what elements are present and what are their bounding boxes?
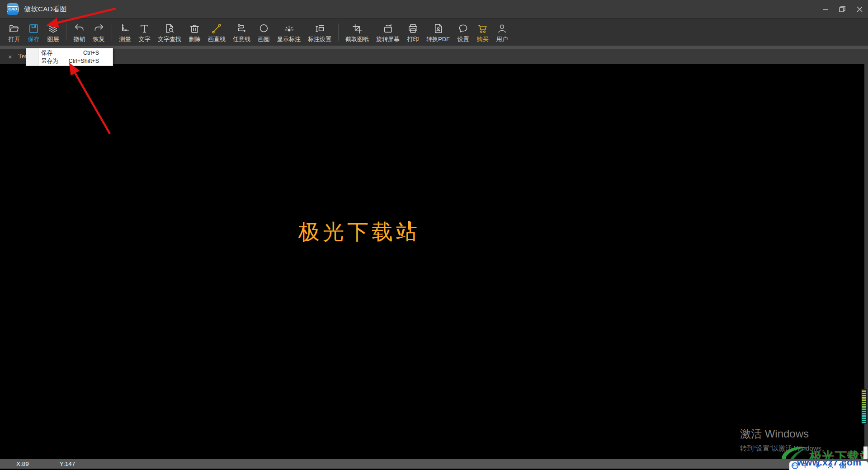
toolbar-item-measure[interactable]: 测量 bbox=[115, 19, 135, 45]
toolbar-item-label: 旋转屏幕 bbox=[376, 35, 400, 43]
annotation-settings-icon bbox=[314, 21, 326, 35]
capture-drawing-icon bbox=[351, 21, 363, 35]
restore-button[interactable] bbox=[834, 0, 851, 18]
draw-line-icon bbox=[211, 21, 223, 35]
toolbar-item-label: 撤销 bbox=[74, 35, 85, 43]
menu-item-save-as[interactable]: 另存为 Ctrl+Shift+S bbox=[26, 57, 113, 65]
toolbar-item-print[interactable]: 打印 bbox=[403, 19, 423, 45]
app-logo-icon: CAD bbox=[7, 3, 19, 15]
toolbar-item-label: 保存 bbox=[28, 35, 40, 43]
toolbar-item-label: 测量 bbox=[119, 35, 131, 43]
toolbar-item-save[interactable]: 保存 bbox=[24, 19, 43, 45]
toolbar-item-label: 打开 bbox=[9, 35, 20, 43]
close-button[interactable] bbox=[851, 0, 868, 18]
title-bar: CAD 傲软CAD看图 bbox=[0, 0, 868, 19]
toolbar-item-draw-line[interactable]: 画直线 bbox=[204, 19, 229, 45]
toolbar-item-label: 删除 bbox=[189, 35, 201, 43]
cad-text-cursor bbox=[408, 221, 410, 230]
convert-pdf-icon bbox=[432, 21, 444, 35]
toolbar-item-capture-drawing[interactable]: 截取图纸 bbox=[342, 19, 373, 45]
tab-close-icon[interactable]: × bbox=[8, 53, 12, 61]
toolbar-item-text[interactable]: 文字 bbox=[135, 19, 154, 45]
print-icon bbox=[407, 21, 419, 35]
toolbar-item-label: 画直线 bbox=[208, 35, 226, 43]
toolbar: 打开 保存 图层 撤销 恢复 测量 文字 文字查找 bbox=[0, 19, 868, 46]
toolbar-item-buy[interactable]: 购买 bbox=[473, 19, 492, 45]
save-icon bbox=[28, 21, 40, 35]
measure-icon bbox=[119, 21, 131, 35]
toolbar-item-label: 任意线 bbox=[233, 35, 250, 43]
toolbar-item-label: 用户 bbox=[496, 35, 508, 43]
app-title: 傲软CAD看图 bbox=[24, 5, 67, 14]
toolbar-item-label: 文字 bbox=[139, 35, 151, 43]
menu-item-label: 保存 bbox=[41, 49, 52, 57]
trash-icon bbox=[189, 21, 201, 35]
redo-icon bbox=[93, 21, 105, 35]
menu-item-save[interactable]: 保存 Ctrl+S bbox=[26, 49, 113, 57]
settings-bubble-icon bbox=[457, 21, 469, 35]
toolbar-item-annotation-settings[interactable]: 标注设置 bbox=[304, 19, 335, 45]
toolbar-item-show-annotation[interactable]: 显示标注 bbox=[274, 19, 304, 45]
toolbar-item-label: 截取图纸 bbox=[345, 35, 369, 43]
toolbar-item-draw-circle[interactable]: 画圆 bbox=[254, 19, 274, 45]
menu-item-label: 另存为 bbox=[41, 57, 58, 65]
activation-title: 激活 Windows bbox=[740, 427, 828, 441]
menu-item-shortcut: Ctrl+S bbox=[83, 50, 99, 56]
restore-icon bbox=[839, 6, 845, 12]
site-url-watermark: www.xz7.com bbox=[797, 457, 861, 468]
tab-bar: × Tem bbox=[0, 46, 868, 64]
undo-icon bbox=[73, 21, 85, 35]
toolbar-separator bbox=[112, 24, 112, 41]
status-x-coordinate: X:89 bbox=[16, 461, 29, 467]
show-annotation-icon bbox=[283, 21, 295, 35]
toolbar-item-rotate-screen[interactable]: 旋转屏幕 bbox=[373, 19, 403, 45]
toolbar-item-label: 转换PDF bbox=[426, 35, 450, 43]
toolbar-item-label: 购买 bbox=[477, 35, 489, 43]
toolbar-item-settings[interactable]: 设置 bbox=[453, 19, 473, 45]
toolbar-item-delete[interactable]: 删除 bbox=[185, 19, 204, 45]
toolbar-item-label: 设置 bbox=[458, 35, 469, 43]
toolbar-item-convert-pdf[interactable]: 转换PDF bbox=[423, 19, 453, 45]
toolbar-item-label: 打印 bbox=[407, 35, 419, 43]
toolbar-item-label: 标注设置 bbox=[308, 35, 331, 43]
toolbar-item-label: 图层 bbox=[47, 35, 59, 43]
toolbar-separator bbox=[66, 24, 66, 41]
user-icon bbox=[496, 21, 508, 35]
close-icon bbox=[857, 6, 863, 12]
cart-icon bbox=[476, 21, 489, 35]
toolbar-item-label: 恢复 bbox=[93, 35, 105, 43]
toolbar-item-undo[interactable]: 撤销 bbox=[70, 19, 89, 45]
minimize-icon bbox=[822, 6, 828, 12]
toolbar-item-free-line[interactable]: 任意线 bbox=[229, 19, 254, 45]
toolbar-item-label: 文字查找 bbox=[158, 35, 181, 43]
cad-watermark-text: 极光下载站 bbox=[298, 218, 420, 246]
toolbar-item-label: 显示标注 bbox=[277, 35, 301, 43]
minimize-button[interactable] bbox=[816, 0, 834, 18]
menu-item-shortcut: Ctrl+Shift+S bbox=[69, 58, 99, 64]
vertical-scrollbar-thumb[interactable] bbox=[861, 389, 867, 424]
window-controls bbox=[816, 0, 868, 18]
toolbar-item-open[interactable]: 打开 bbox=[5, 19, 24, 45]
text-icon bbox=[138, 21, 151, 35]
rotate-screen-icon bbox=[382, 21, 394, 35]
toolbar-item-layers[interactable]: 图层 bbox=[43, 19, 63, 45]
toolbar-item-user[interactable]: 用户 bbox=[492, 19, 512, 45]
status-y-coordinate: Y:147 bbox=[60, 461, 75, 467]
open-folder-icon bbox=[8, 21, 20, 35]
text-search-icon bbox=[164, 21, 176, 35]
layers-icon bbox=[47, 21, 59, 35]
toolbar-item-redo[interactable]: 恢复 bbox=[89, 19, 108, 45]
toolbar-separator bbox=[338, 24, 339, 41]
draw-circle-icon bbox=[258, 21, 270, 35]
save-dropdown-menu: 保存 Ctrl+S 另存为 Ctrl+Shift+S bbox=[26, 48, 113, 66]
status-bar: X:89 Y:147 bbox=[0, 459, 868, 469]
free-line-icon bbox=[236, 21, 248, 35]
app-logo-text: CAD bbox=[7, 6, 19, 12]
toolbar-item-text-search[interactable]: 文字查找 bbox=[154, 19, 185, 45]
toolbar-item-label: 画圆 bbox=[258, 35, 270, 43]
drawing-canvas[interactable]: 极光下载站 bbox=[0, 64, 868, 459]
tabbar-top-strip bbox=[0, 46, 868, 49]
